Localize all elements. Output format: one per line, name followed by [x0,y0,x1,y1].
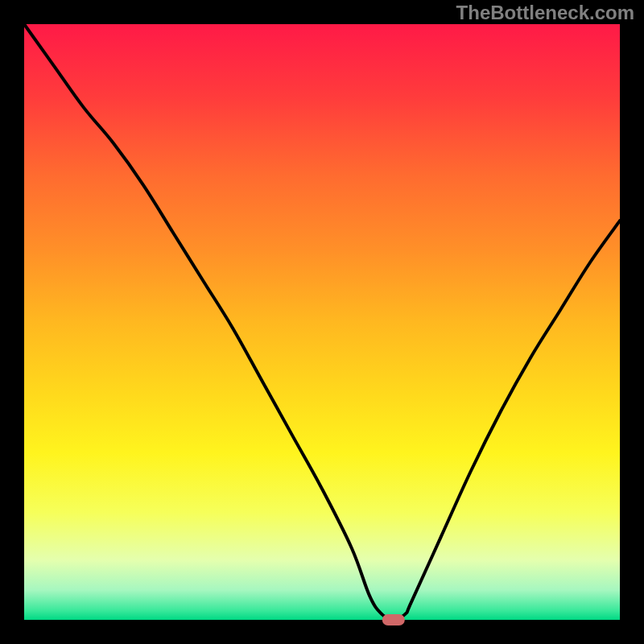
optimal-marker [382,614,405,625]
bottleneck-chart [0,0,644,644]
chart-container: TheBottleneck.com [0,0,644,644]
plot-background [24,24,620,620]
